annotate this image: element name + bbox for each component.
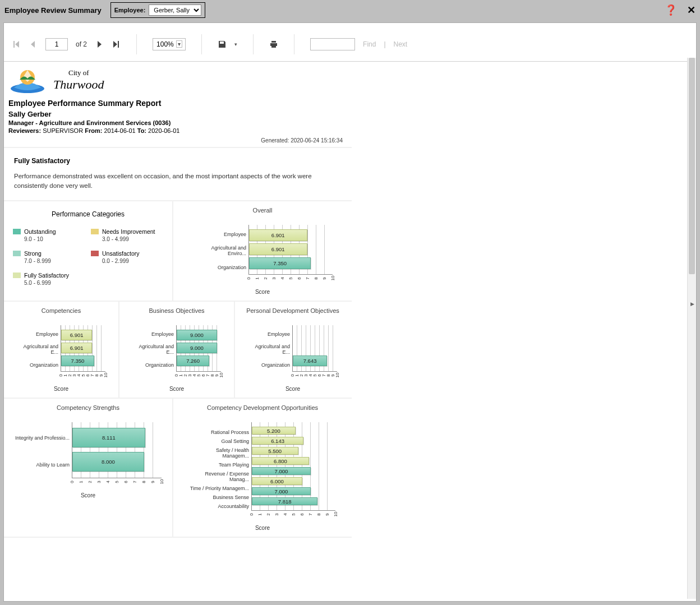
- bar-label: Employee: [132, 331, 174, 337]
- page-number-input[interactable]: [45, 38, 68, 50]
- tick-label: 10: [219, 373, 224, 377]
- chart-title: Overall: [253, 207, 273, 214]
- reviewers-line: Reviewers: SUPERVISOR From: 2014-06-01 T…: [8, 127, 347, 134]
- chart-business: Business Objectives EmployeeAgricultural…: [123, 307, 231, 392]
- legend-name: Needs Improvement: [102, 228, 155, 235]
- tick-label: 1: [257, 512, 262, 516]
- report-body-scroll[interactable]: City of Thurwood Employee Performance Su…: [4, 62, 696, 601]
- legend-swatch: [13, 251, 21, 256]
- prev-page-icon[interactable]: [29, 40, 38, 49]
- tick-label: 8: [141, 479, 146, 484]
- tick-label: 4: [105, 479, 110, 484]
- tick-label: 10: [330, 276, 335, 280]
- tick-label: 3: [274, 512, 279, 516]
- find-label[interactable]: Find: [363, 40, 376, 48]
- tick-label: 3: [271, 276, 277, 280]
- legend-swatch: [91, 229, 99, 234]
- tick-label: 9: [150, 479, 155, 484]
- legend-range: 9.0 - 10: [24, 236, 56, 242]
- legend-range: 0.0 - 2.999: [102, 258, 140, 264]
- bar: 6.901: [249, 229, 307, 241]
- overall-cell: Overall EmployeeAgricultural and Enviro.…: [173, 201, 352, 301]
- legend-swatch: [13, 229, 21, 234]
- zoom-select-wrap[interactable]: 100%: [153, 38, 186, 50]
- tick-label: 1: [255, 276, 260, 280]
- legend-name: Fully Satisfactory: [24, 272, 69, 279]
- axis-label: Score: [54, 386, 68, 392]
- legend-name: Unsatisfactory: [102, 250, 140, 257]
- window-title: Employee Review Summary: [4, 6, 102, 15]
- bar: 6.901: [61, 330, 92, 340]
- legend-item: Outstanding 9.0 - 10: [13, 228, 85, 242]
- tick-label: 2: [266, 512, 271, 516]
- next-page-icon[interactable]: [95, 40, 104, 49]
- tick-label: 10: [333, 512, 338, 516]
- tick-label: 7: [308, 512, 313, 516]
- find-next-label[interactable]: Next: [394, 40, 408, 48]
- scrollbar-thumb[interactable]: [689, 58, 695, 274]
- bar-label: Organization: [192, 265, 246, 270]
- scrollbar-expand-icon[interactable]: ▶: [689, 301, 695, 307]
- page-of-label: of 2: [76, 40, 87, 48]
- legend-swatch: [91, 251, 99, 256]
- chart-title: Competency Strengths: [57, 404, 119, 411]
- bar: 7.000: [252, 467, 311, 475]
- axis-label: Score: [169, 386, 184, 392]
- chart-competencies: Competencies EmployeeAgricultural and E.…: [7, 307, 115, 392]
- bar-label: Organization: [132, 362, 174, 368]
- bar-label: Organization: [248, 362, 290, 368]
- tick-label: 6: [123, 479, 128, 484]
- chart-title: Competency Development Opportunities: [207, 404, 318, 411]
- bar: 7.350: [61, 355, 94, 366]
- legend-item: Needs Improvement 3.0 - 4.999: [91, 228, 163, 242]
- bar-label: Revenue / Expense Manag...: [190, 471, 249, 482]
- summary-section: Fully Satisfactory Performance demonstra…: [4, 147, 352, 200]
- zoom-select[interactable]: 100%: [153, 38, 186, 50]
- last-page-icon[interactable]: [112, 40, 121, 49]
- help-icon[interactable]: ❓: [665, 4, 677, 16]
- summary-heading: Fully Satisfactory: [14, 157, 342, 165]
- save-dropdown-icon[interactable]: ▾: [234, 41, 237, 47]
- close-icon[interactable]: ✕: [687, 4, 696, 16]
- bar-label: Goal Setting: [190, 438, 249, 444]
- tick-label: 9: [325, 512, 330, 516]
- bar: 6.143: [252, 437, 303, 445]
- employee-select[interactable]: Gerber, Sally: [149, 4, 201, 16]
- employee-selector-box: Employee: Gerber, Sally: [110, 2, 206, 18]
- bar-label: Time / Priority Managem...: [190, 486, 249, 491]
- tick-label: 0: [249, 512, 254, 516]
- tick-label: 5: [114, 479, 119, 484]
- save-icon[interactable]: [218, 40, 227, 49]
- first-page-icon[interactable]: [12, 40, 21, 49]
- chart-personal: Personal Development Objectives Employee…: [238, 307, 347, 392]
- tick-label: 3: [96, 479, 102, 484]
- print-icon[interactable]: [269, 40, 278, 49]
- bar-label: Agricultural and E...: [17, 344, 58, 355]
- bar: 5.500: [252, 447, 298, 455]
- bar: 6.000: [252, 477, 302, 485]
- bar-label: Agricultural and E...: [248, 344, 290, 355]
- tick-label: 6: [300, 512, 305, 516]
- axis-label: Score: [81, 492, 95, 498]
- legend-item: Fully Satisfactory 5.0 - 6.999: [13, 272, 85, 286]
- bar-label: Team Playing: [190, 462, 249, 468]
- tick-label: 6: [297, 276, 302, 280]
- legend-range: 5.0 - 6.999: [24, 280, 69, 286]
- tick-label: 2: [263, 276, 268, 280]
- bar: 7.000: [252, 487, 311, 495]
- employee-name: Sally Gerber: [8, 110, 347, 118]
- bar: 5.200: [252, 427, 296, 435]
- tick-label: 8: [316, 512, 321, 516]
- legend-range: 3.0 - 4.999: [102, 236, 155, 242]
- chart-title: Business Objectives: [149, 307, 204, 314]
- tick-label: 0: [246, 276, 251, 280]
- bar: 7.643: [293, 355, 327, 366]
- bar: 8.111: [72, 428, 145, 448]
- dev-cell: Competency Development Opportunities Rat…: [173, 399, 352, 537]
- generated-timestamp: Generated: 2020-06-24 15:16:34: [8, 137, 347, 144]
- bar: 6.901: [249, 243, 307, 255]
- find-input[interactable]: [310, 38, 355, 50]
- report-page: City of Thurwood Employee Performance Su…: [4, 62, 352, 542]
- vertical-scrollbar[interactable]: ▶: [687, 58, 696, 599]
- chart-title: Personal Development Objectives: [246, 307, 339, 314]
